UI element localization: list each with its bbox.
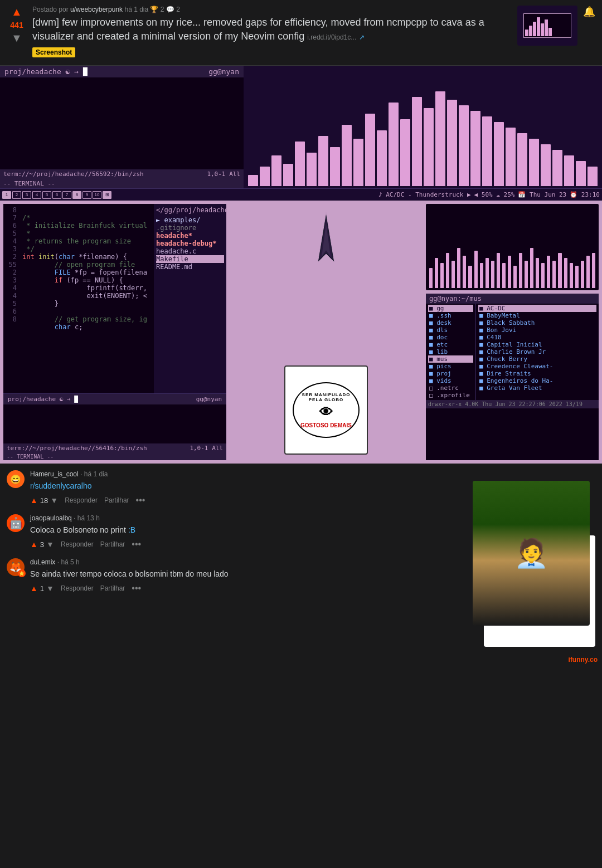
file-tree-path: </gg/proj/headache (156, 206, 224, 214)
comment-3-more[interactable]: ••• (132, 583, 141, 593)
visualizer-bar (482, 116, 492, 186)
post-share-count: 2 (176, 6, 180, 13)
visualizer-bar (271, 155, 281, 186)
workspace-3[interactable]: 3 (22, 191, 31, 199)
mini-visualizer-bar (536, 258, 539, 288)
visualizer-bar (342, 125, 352, 186)
post-link[interactable]: i.redd.it/0ipd1c... (307, 33, 356, 41)
comment-2-upvote[interactable]: ▲ (30, 540, 38, 549)
workspace-1[interactable]: 1 (2, 191, 11, 199)
comment-2-author[interactable]: joaopauloalbq (30, 514, 72, 522)
comment-3-votes: ▲ 1 ▼ (30, 584, 54, 593)
vote-count: 441 (10, 21, 23, 30)
comment-2-vote-count: 3 (40, 540, 44, 549)
comment-1-downvote[interactable]: ▼ (50, 496, 58, 505)
comment-1-more[interactable]: ••• (136, 495, 145, 505)
workspace-2[interactable]: 2 (12, 191, 21, 199)
center-decoration: SER MANIPULADO PELA GLOBO 👁 GOSTOSO DEMA… (230, 204, 423, 460)
workspace-4[interactable]: 4 (32, 191, 41, 199)
mini-visualizer-bar (508, 256, 511, 289)
workspace-10[interactable]: 10 (93, 191, 101, 199)
ranger-acdc: ■ AC-DC (478, 305, 596, 312)
ranger-babymetal: ■ BabyMetal (478, 312, 596, 319)
ifunny-watermark: ifunny.co (0, 654, 602, 666)
visualizer-bar (377, 130, 387, 186)
post-author[interactable]: u/weebcyberpunk (70, 6, 123, 13)
mini-visualizer-bar (570, 263, 573, 288)
terminal-body-top (0, 77, 244, 169)
comment-3-reply[interactable]: Responder (61, 584, 94, 592)
post-content: Postado por u/weebcyberpunk há 1 dia 🏆 2… (32, 6, 512, 62)
notification-bell[interactable]: 🔔 (583, 6, 595, 18)
workspace-5[interactable]: 5 (42, 191, 51, 199)
downvote-arrow[interactable]: ▼ (11, 32, 22, 45)
bottom-bar-right: ♪ AC/DC - Thunderstruck ▶ ◀ 50% ☁ 25% 📅 … (378, 191, 600, 198)
comment-3-upvote[interactable]: ▲ (30, 584, 38, 593)
visualizer-bar (529, 139, 539, 186)
terminal-hostname-top: gg@nyan (208, 67, 239, 76)
terminal-statusbar-top: term://~/proj/headache//56592:/bin/zsh 1… (0, 169, 244, 179)
comments-section: 😄 Hameru_is_cool · há 1 dia r/suddenlyca… (0, 464, 602, 654)
comment-2-downvote[interactable]: ▼ (46, 540, 54, 549)
workspace-8[interactable]: 8 (72, 191, 81, 199)
visualizer-bar (447, 100, 457, 186)
mini-visualizer-bar (474, 251, 478, 289)
mini-visualizer-bar (564, 258, 567, 288)
post-meta: Postado por u/weebcyberpunk há 1 dia 🏆 2… (32, 6, 512, 13)
comment-1-share[interactable]: Partilhar (104, 496, 129, 504)
mod-badge: ⭐ (18, 569, 26, 577)
comment-2-share[interactable]: Partilhar (100, 540, 125, 548)
workspace-9[interactable]: 9 (82, 191, 91, 199)
comment-1-upvote[interactable]: ▲ (30, 496, 38, 505)
ranger-creedence: ■ Creedence Cleawat- (478, 363, 596, 370)
comment-3-author[interactable]: duLemix (30, 558, 55, 566)
comment-1-reply[interactable]: Responder (65, 496, 98, 504)
visualizer-bar (459, 105, 469, 186)
visualizer-bar (517, 133, 527, 186)
code-content: /* * initialize Brainfuck virtual * * re… (20, 205, 149, 340)
comment-3-share[interactable]: Partilhar (100, 584, 125, 592)
mini-visualizer-bar (513, 266, 517, 289)
visualizer-bar (506, 128, 516, 186)
file-tree-gitignore: .gitignore (156, 224, 224, 232)
ranger-charlie: ■ Charlie Brown Jr (478, 348, 596, 355)
file-tree-examples: ► examples/ (156, 216, 224, 224)
file-tree-headache: headache* (156, 232, 224, 240)
terminal-titlebar-top: proj/headache ☯ → █ gg@nyan (0, 66, 244, 77)
dwm-bottom-bar: 1 2 3 4 5 6 7 8 9 10 ⊞ ♪ AC/DC - Thunder… (0, 188, 602, 201)
screenshot-badge[interactable]: Screenshot (32, 47, 75, 57)
editor-term-path: term://~/proj/headache//56416:/bin/zsh (7, 445, 147, 452)
visualizer-bar (260, 167, 270, 186)
workspace-extra[interactable]: ⊞ (103, 191, 111, 199)
workspace-6[interactable]: 6 (52, 191, 61, 199)
mini-visualizer-bar (586, 256, 590, 289)
ranger-xprofile: □ .xprofile (428, 392, 473, 399)
comment-1-vote-count: 18 (40, 496, 48, 505)
visualizer-bar (494, 122, 504, 186)
ranger-mus-selected: ■ mus (428, 355, 473, 363)
ranger-lib: ■ lib (428, 348, 473, 355)
editor-terminal-statusbar: term://~/proj/headache//56416:/bin/zsh 1… (3, 443, 226, 453)
mini-visualizer-bar (457, 248, 460, 288)
visualizer-bar (353, 139, 363, 186)
mini-visualizer-bar (519, 253, 522, 288)
upvote-arrow[interactable]: ▲ (11, 6, 22, 18)
ranger-greta: ■ Greta Van Fleet (478, 384, 596, 392)
comment-2-more[interactable]: ••• (132, 539, 141, 549)
comment-1-link[interactable]: r/suddenlycaralho (30, 481, 92, 490)
external-link-icon[interactable]: ↗ (359, 33, 365, 41)
comment-2-votes: ▲ 3 ▼ (30, 540, 54, 549)
comment-2-reply[interactable]: Responder (61, 540, 94, 548)
ranger-doc: ■ doc (428, 334, 473, 341)
comment-3-vote-count: 1 (40, 584, 44, 593)
terminal-mode-top: -- TERMINAL -- (0, 179, 244, 188)
globo-sticker: SER MANIPULADO PELA GLOBO 👁 GOSTOSO DEMA… (284, 365, 368, 455)
mini-visualizer-bar (497, 253, 500, 288)
time-info: ⏰ 23:10 (570, 191, 600, 198)
post-thumbnail[interactable] (517, 6, 577, 46)
workspace-7[interactable]: 7 (62, 191, 71, 199)
comment-3-downvote[interactable]: ▼ (46, 584, 54, 593)
mini-visualizer-bar (525, 261, 528, 289)
comment-1-author[interactable]: Hameru_is_cool (30, 470, 79, 478)
ranger-col2: ■ AC-DC ■ BabyMetal ■ Black Sabbath ■ Bo… (476, 304, 599, 400)
